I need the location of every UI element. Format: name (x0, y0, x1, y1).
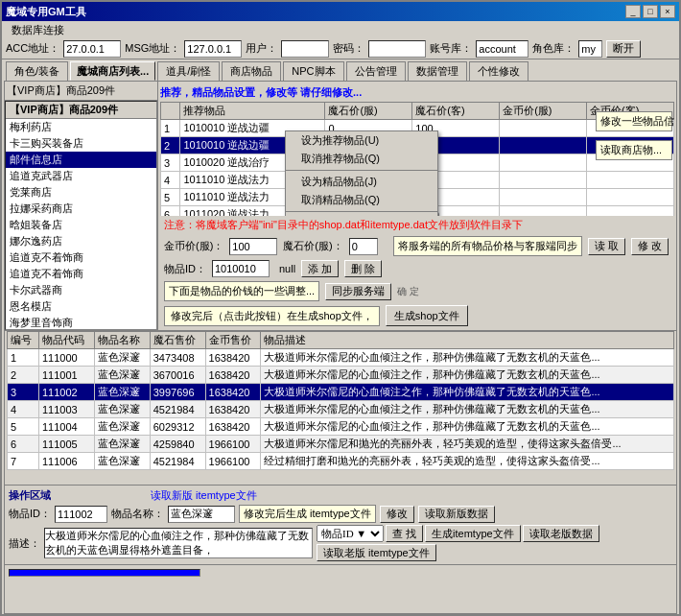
cell-code: 111006 (38, 453, 94, 470)
cell-name: 蓝色深邃 (94, 384, 150, 401)
context-menu: 设为推荐物品(U) 取消推荐物品(Q) 设为精品物品(J) 取消精品物品(Q) … (285, 130, 438, 216)
find-button[interactable]: 查 找 (386, 525, 423, 542)
cell-gold: 1638420 (205, 401, 261, 418)
left-panel: 【VIP商店】商品209件 【VIP商店】商品209件 梅利药店 卡三购买装备店… (5, 82, 158, 330)
list-item[interactable]: 海梦里音饰商 (6, 315, 156, 330)
main-content: 【VIP商店】商品209件 【VIP商店】商品209件 梅利药店 卡三购买装备店… (4, 81, 677, 614)
tab-npc[interactable]: NPC脚本 (283, 61, 343, 81)
list-item[interactable]: 追道克武器店 (6, 168, 156, 184)
cell-stone: 6029312 (150, 418, 205, 436)
list-item[interactable]: 邮件信息店 (6, 152, 156, 168)
modify-button[interactable]: 修 改 (631, 238, 669, 255)
item-id-label: 物品ID： (164, 262, 206, 276)
tab-notice[interactable]: 公告管理 (346, 61, 406, 81)
cell-code: 111002 (38, 384, 94, 401)
sort-select[interactable]: 物品ID ▼ (317, 525, 384, 542)
close-button[interactable]: × (660, 5, 675, 18)
cell-no: 1 (8, 349, 39, 367)
op-desc-input[interactable]: 大极道师米尔儒尼的心血倾注之作，那种仿佛蕴藏了无数玄机的天蓝色调显得格外遮盖目备… (44, 528, 313, 558)
tab-role[interactable]: 角色/装备 (6, 61, 68, 81)
menu-bar: 数据库连接 (2, 21, 679, 38)
tab-data[interactable]: 数据管理 (408, 61, 467, 81)
op-item-name-input[interactable] (168, 506, 235, 523)
item-id-input[interactable] (212, 260, 270, 277)
msg-input[interactable] (184, 40, 242, 58)
list-item[interactable]: 追道克不着饰商 (6, 266, 156, 282)
tab-shopitem[interactable]: 商店物品 (222, 61, 281, 81)
ctx-cancel-premium[interactable]: 取消精品物品(Q) (286, 191, 437, 209)
cell-no: 6 (8, 436, 39, 453)
cell-desc: 大极道师米尔儒尼的心血倾注之作，那种仿佛蕴藏了无数玄机的天蓝色... (261, 349, 674, 367)
tab-shop[interactable]: 魔城商店列表... (70, 61, 155, 81)
cell-desc: 大极道师米尔儒尼的心血倾注之作，那种仿佛蕴藏了无数玄机的天蓝色... (261, 384, 674, 401)
col-no: 编号 (8, 332, 39, 349)
toolbar: ACC地址： MSG地址： 用户： 密码： 账号库： 角色库： 断开 (2, 38, 679, 59)
read-old-data-button[interactable]: 读取老版数据 (523, 525, 599, 542)
gen-itemtype-button[interactable]: 生成itemtype文件 (425, 525, 521, 542)
top-section: 【VIP商店】商品209件 【VIP商店】商品209件 梅利药店 卡三购买装备店… (5, 82, 676, 331)
tab-personal[interactable]: 个性修改 (469, 61, 528, 81)
op-row-2: 描述： 大极道师米尔儒尼的心血倾注之作，那种仿佛蕴藏了无数玄机的天蓝色调显得格外… (9, 524, 672, 562)
db-input[interactable] (476, 40, 528, 58)
list-item[interactable]: 恩名模店 (6, 298, 156, 315)
pwd-input[interactable] (368, 40, 426, 58)
cell (500, 137, 587, 154)
user-input[interactable] (281, 40, 329, 58)
list-item[interactable]: 拉娜采药商店 (6, 201, 156, 217)
cell (587, 172, 674, 189)
cell-no: 7 (8, 453, 39, 470)
list-item[interactable]: 卡尔武器商 (6, 282, 156, 298)
col-gold: 金币售价 (205, 332, 261, 349)
table-row[interactable]: 7 111006 蓝色深邃 4521984 1966100 经过精细打磨和抛光的… (8, 453, 674, 470)
cell (500, 120, 587, 137)
cell (500, 206, 587, 217)
sync-button[interactable]: 同步服务端 (325, 283, 391, 300)
table-row[interactable]: 2 111001 蓝色深邃 3670016 1638420 大极道师米尔儒尼的心… (8, 367, 674, 384)
cell (500, 172, 587, 189)
op-read-new-button[interactable]: 读取新版数据 (418, 506, 495, 523)
table-row[interactable]: 5 111004 蓝色深邃 6029312 1638420 大极道师米尔儒尼的心… (8, 418, 674, 436)
ctx-set-recommend[interactable]: 设为推荐物品(U) (286, 131, 437, 150)
role-input[interactable] (578, 40, 602, 58)
table-row[interactable]: 3 111002 蓝色深邃 3997696 1638420 大极道师米尔儒尼的心… (8, 384, 674, 401)
role-label: 角色库： (532, 41, 575, 56)
minimize-button[interactable]: _ (625, 5, 641, 18)
list-item[interactable]: 追道克不着饰商 (6, 249, 156, 266)
read-old-itemtype-button[interactable]: 读取老版 itemtype文件 (317, 544, 436, 561)
list-item[interactable]: 娜尔逸药店 (6, 233, 156, 249)
list-item[interactable]: 晗姐装备店 (6, 217, 156, 233)
shop-header-text: 【VIP商店】商品209件 (7, 83, 115, 98)
list-item[interactable]: 党莱商店 (6, 184, 156, 201)
ctx-set-premium[interactable]: 设为精品物品(J) (286, 173, 437, 191)
cell-code: 111004 (38, 418, 94, 436)
table-row[interactable]: 1 111000 蓝色深邃 3473408 1638420 大极道师米尔儒尼的心… (8, 349, 674, 367)
tooltip-read-shop: 读取商店物... (596, 140, 672, 160)
tab-item[interactable]: 道具/刷怪 (157, 61, 220, 81)
gen-shop-button[interactable]: 生成shop文件 (386, 305, 468, 326)
acc-input[interactable] (63, 40, 121, 58)
cell-stone: 4521984 (150, 401, 205, 418)
gold-price-input[interactable] (229, 238, 277, 255)
menu-item-db[interactable]: 数据库连接 (6, 23, 70, 37)
read-button[interactable]: 读 取 (588, 238, 625, 255)
list-item[interactable]: 卡三购买装备店 (6, 135, 156, 152)
maximize-button[interactable]: □ (643, 5, 658, 18)
delete-button[interactable]: 删 除 (344, 260, 382, 277)
title-bar: 魔域专用GM工具 _ □ × (2, 2, 679, 21)
list-item[interactable]: 梅利药店 (6, 119, 156, 135)
item-table: 编号 物品代码 物品名称 魔石售价 金币售价 物品描述 1 111000 蓝色深 (7, 331, 674, 470)
shop-list[interactable]: 【VIP商店】商品209件 梅利药店 卡三购买装备店 邮件信息店 追道克武器店 … (5, 101, 157, 330)
op-item-id-input[interactable] (55, 506, 107, 523)
db-label: 账号库： (430, 41, 472, 56)
cell: 4 (161, 172, 180, 189)
ctx-same-type[interactable]: 下面可以选择同类物品 (286, 214, 437, 216)
add-button[interactable]: 添 加 (301, 260, 339, 277)
table-row[interactable]: 6 111005 蓝色深邃 4259840 1966100 大极道师米尔儒尼和抛… (8, 436, 674, 453)
cell-gold: 1638420 (205, 349, 261, 367)
table-row[interactable]: 4 111003 蓝色深邃 4521984 1638420 大极道师米尔儒尼的心… (8, 401, 674, 418)
cell-gold: 1966100 (205, 436, 261, 453)
stone-price-input[interactable] (349, 238, 378, 255)
op-modify-button[interactable]: 修改 (380, 506, 414, 523)
connect-button[interactable]: 断开 (606, 40, 641, 58)
ctx-cancel-recommend[interactable]: 取消推荐物品(Q) (286, 150, 437, 168)
